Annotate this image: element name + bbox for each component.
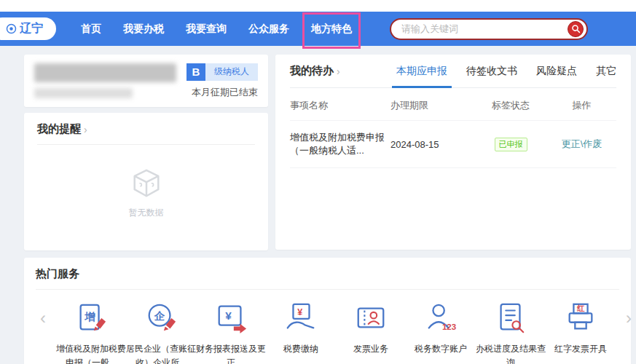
redacted-text-block [34,88,133,98]
resident-enterprise-icon: 企 [144,301,178,335]
service-label: 居民企业（查账征收）企业所... [126,342,196,364]
main-nav: 首页 我要办税 我要查询 公众服务 地方特色 [81,18,374,40]
grade-letter: B [187,63,205,81]
svg-text:¥: ¥ [297,307,302,317]
search-bar [390,18,588,40]
search-input[interactable] [401,23,568,34]
service-financial-report[interactable]: ¥ 财务报表报送及更正 [196,301,266,364]
service-label: 增值税及附加税费申报（一般... [56,342,126,364]
my-reminders-title: 我的提醒 [37,122,81,136]
my-reminders-panel: 我的提醒 › 暂无数据 [24,113,268,250]
grade-label: 级纳税人 [205,63,258,81]
tab-documents-to-sign[interactable]: 待签收文书 [466,65,517,78]
redacted-taxpayer-name [34,63,176,98]
tax-payment-icon: ¥ [284,301,318,335]
service-tax-digital-account[interactable]: 123 税务数字账户 [406,301,476,364]
chevron-right-icon: › [337,66,340,76]
todo-item-deadline: 2024-08-15 [390,139,474,150]
vat-declaration-icon: 增 [74,301,108,335]
service-red-invoice-issue[interactable]: 红 红字发票开具 [546,301,616,364]
taxpayer-grade-badge: B 级纳税人 [187,63,258,81]
service-tax-payment[interactable]: ¥ 税费缴纳 [266,301,336,364]
search-icon [571,24,581,33]
column-header-status: 标签状态 [474,99,547,112]
service-label: 发票业务 [353,342,388,356]
todo-tabs: 本期应申报 待签收文书 风险疑点 其它 [396,65,616,78]
nav-item-home[interactable]: 首页 [81,18,101,40]
my-reminders-header[interactable]: 我的提醒 › [37,122,255,145]
tab-risk-issues[interactable]: 风险疑点 [536,65,577,78]
hot-services-title: 热门服务 [36,267,79,281]
main-content: B 级纳税人 本月征期已结束 我的提醒 › [0,46,636,364]
service-label: 财务报表报送及更正 [196,342,266,364]
invoice-business-icon [354,301,388,335]
tax-bureau-emblem-icon [6,23,17,34]
service-label: 红字发票开具 [554,342,607,356]
status-badge: 已申报 [495,138,527,151]
nav-item-tax-handling[interactable]: 我要办税 [123,18,164,40]
correct-void-link[interactable]: 更正\作废 [547,138,616,151]
my-todo-header[interactable]: 我的待办 › [290,64,340,78]
svg-text:¥: ¥ [225,309,232,322]
svg-text:企: 企 [154,310,165,322]
service-label: 税务数字账户 [415,342,467,356]
tax-progress-query-icon [494,301,527,335]
tab-current-period-filing[interactable]: 本期应申报 [396,65,447,78]
column-header-item-name: 事项名称 [290,99,390,112]
logo-region-label: 辽宁 [20,21,43,36]
red-invoice-icon: 红 [564,301,597,335]
empty-state: 暂无数据 [37,145,255,241]
search-button[interactable] [568,21,584,37]
my-todo-title: 我的待办 [290,64,334,78]
svg-text:123: 123 [442,323,456,331]
service-label: 税费缴纳 [283,342,318,356]
column-header-action: 操作 [547,99,616,112]
my-todo-panel: 我的待办 › 本期应申报 待签收文书 风险疑点 其它 事项名称 办理期限 标签状… [275,55,631,250]
nav-item-local-features-label: 地方特色 [311,23,352,34]
service-resident-enterprise-tax[interactable]: 企 居民企业（查账征收）企业所... [126,301,196,364]
filing-period-status: 本月征期已结束 [192,86,258,99]
svg-text:增: 增 [84,311,95,323]
nav-item-query[interactable]: 我要查询 [186,18,227,40]
tax-digital-account-icon: 123 [424,301,458,335]
taxpayer-info-card: B 级纳税人 本月征期已结束 [24,55,268,107]
service-vat-declaration[interactable]: 增 增值税及附加税费申报（一般... [56,301,126,364]
top-navbar: 辽宁 首页 我要办税 我要查询 公众服务 地方特色 [0,12,636,46]
nav-item-public-services[interactable]: 公众服务 [248,18,289,40]
service-items: 增 增值税及附加税费申报（一般... 企 居民企业（查账征收）企业所... [50,301,621,364]
todo-item-name: 增值税及附加税费申报（一般纳税人适... [290,131,390,157]
chevron-right-icon: › [84,124,87,135]
service-label: 办税进度及结果查询 [476,342,546,364]
site-logo[interactable]: 辽宁 [0,17,56,40]
svg-text:红: 红 [576,304,585,312]
empty-box-icon [130,167,163,200]
service-progress-result-query[interactable]: 办税进度及结果查询 [476,301,546,364]
nav-item-local-features[interactable]: 地方特色 [311,18,352,40]
top-white-strip [0,0,636,12]
tab-other[interactable]: 其它 [596,65,616,78]
service-invoice-business[interactable]: 发票业务 [336,301,406,364]
carousel-right-arrow[interactable]: › [621,301,636,335]
todo-table-row: 增值税及附加税费申报（一般纳税人适... 2024-08-15 已申报 更正\作… [290,121,616,168]
carousel-left-arrow[interactable]: ‹ [36,301,50,335]
redacted-text-block [34,63,176,82]
todo-table-header: 事项名称 办理期限 标签状态 操作 [290,88,616,121]
column-header-deadline: 办理期限 [390,99,474,112]
financial-report-icon: ¥ [214,301,248,335]
empty-state-text: 暂无数据 [129,207,164,219]
hot-services-panel: 热门服务 ‹ 增 增值税及附加税费申报（一般... 企 [24,258,631,364]
